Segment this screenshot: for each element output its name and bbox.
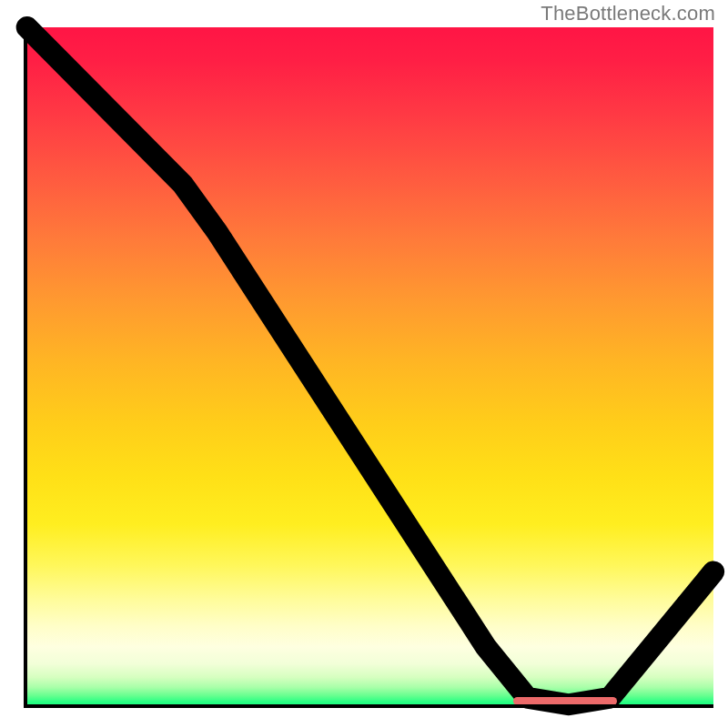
y-axis-line: [24, 27, 27, 708]
x-axis-line: [24, 704, 713, 708]
plot-area: [24, 27, 713, 708]
attribution-text: TheBottleneck.com: [541, 2, 715, 25]
bottleneck-curve: [27, 27, 713, 704]
curve-layer: [24, 27, 713, 708]
chart-page: TheBottleneck.com: [0, 0, 728, 728]
